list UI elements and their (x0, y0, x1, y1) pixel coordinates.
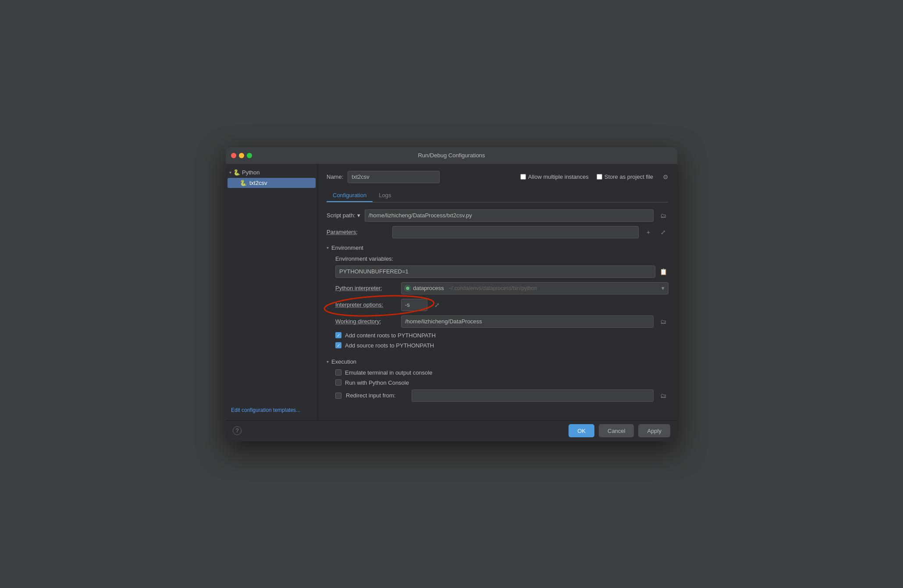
run-python-console-checkbox[interactable] (335, 379, 341, 386)
conda-dot-icon (405, 286, 410, 291)
name-label: Name: (327, 174, 343, 180)
working-directory-folder-icon[interactable]: 🗂 (658, 316, 668, 327)
sidebar-item-label: txt2csv (249, 180, 267, 186)
ok-button[interactable]: OK (569, 424, 594, 437)
title-bar: Run/Debug Configurations (226, 147, 677, 164)
interpreter-options-label: Interpreter options: (335, 301, 397, 308)
name-input[interactable] (348, 171, 440, 183)
env-vars-input[interactable] (335, 266, 655, 278)
env-input-row: 📋 (327, 266, 668, 278)
add-content-roots-row: ✓ Add content roots to PYTHONPATH (327, 332, 668, 339)
traffic-lights (231, 153, 252, 158)
emulate-terminal-checkbox[interactable] (335, 369, 341, 375)
redirect-input-checkbox[interactable] (335, 393, 341, 399)
script-path-row: Script path: ▾ 🗂 (327, 209, 668, 222)
env-vars-row: Environment variables: (327, 255, 668, 262)
run-python-console-label: Run with Python Console (345, 379, 409, 386)
parameters-label: Parameters: (327, 229, 388, 235)
emulate-terminal-label: Emulate terminal in output console (345, 369, 432, 376)
add-source-roots-checkbox[interactable]: ✓ (335, 342, 341, 348)
bottom-buttons: OK Cancel Apply (569, 424, 670, 437)
interpreter-dropdown-icon: ▾ (661, 285, 665, 291)
working-directory-row: Working directory: 🗂 (327, 315, 668, 328)
sidebar: ▾ 🐍 Python 🐍 txt2csv Edit configuration … (226, 164, 318, 420)
python-icon: 🐍 (233, 169, 240, 176)
env-vars-label: Environment variables: (335, 255, 393, 262)
script-path-input[interactable] (365, 209, 654, 222)
python-interpreter-row: Python interpreter: dataprocess ~/.conda… (327, 282, 668, 294)
dropdown-arrow-icon: ▾ (357, 212, 360, 219)
run-python-console-row: Run with Python Console (327, 379, 668, 386)
chevron-execution-icon: ▾ (327, 359, 329, 364)
name-row: Name: Allow multiple instances Store as … (327, 171, 668, 183)
parameters-add-icon[interactable]: + (643, 227, 654, 237)
sidebar-group-python[interactable]: ▾ 🐍 Python (226, 167, 317, 178)
store-project-checkbox[interactable] (597, 174, 602, 180)
emulate-terminal-row: Emulate terminal in output console (327, 369, 668, 376)
sidebar-footer: Edit configuration templates... (226, 403, 317, 417)
maximize-button[interactable] (247, 153, 252, 158)
environment-section-header[interactable]: ▾ Environment (327, 244, 668, 251)
working-directory-input[interactable] (401, 315, 654, 328)
redirect-input-folder-icon[interactable]: 🗂 (658, 390, 668, 401)
python-interpreter-label: Python interpreter: (335, 285, 397, 291)
working-directory-label: Working directory: (335, 318, 397, 325)
add-source-roots-label: Add source roots to PYTHONPATH (345, 342, 434, 349)
store-project-checkbox-item[interactable]: Store as project file (597, 174, 653, 180)
allow-multiple-checkbox-item[interactable]: Allow multiple instances (520, 174, 589, 180)
minimize-button[interactable] (239, 153, 244, 158)
execution-section-header[interactable]: ▾ Execution (327, 358, 668, 365)
parameters-row: Parameters: + ⤢ (327, 226, 668, 238)
main-content: ▾ 🐍 Python 🐍 txt2csv Edit configuration … (226, 164, 677, 420)
redirect-input-field[interactable] (412, 390, 654, 402)
chevron-down-icon: ▾ (229, 170, 231, 175)
right-panel: Name: Allow multiple instances Store as … (318, 164, 677, 420)
chevron-env-icon: ▾ (327, 245, 329, 250)
script-path-label: Script path: (327, 212, 356, 219)
edit-templates-link[interactable]: Edit configuration templates... (231, 407, 300, 413)
parameters-expand-icon[interactable]: ⤢ (658, 227, 668, 237)
interpreter-select-inner: dataprocess ~/.conda/envs/dataprocess/bi… (405, 285, 537, 291)
interpreter-options-input[interactable] (401, 299, 427, 311)
add-content-roots-checkbox[interactable]: ✓ (335, 332, 341, 338)
gear-icon[interactable]: ⚙ (663, 174, 668, 181)
close-button[interactable] (231, 153, 236, 158)
sidebar-group-label: Python (242, 169, 260, 176)
add-source-roots-row: ✓ Add source roots to PYTHONPATH (327, 342, 668, 349)
store-project-label: Store as project file (604, 174, 653, 180)
add-content-roots-label: Add content roots to PYTHONPATH (345, 332, 436, 339)
bottom-bar: ? OK Cancel Apply (226, 420, 677, 441)
config-file-icon: 🐍 (240, 180, 247, 186)
env-vars-copy-icon[interactable]: 📋 (658, 266, 668, 277)
script-path-dropdown[interactable]: Script path: ▾ (327, 212, 360, 219)
interpreter-name: dataprocess (413, 285, 444, 291)
tabs: Configuration Logs (327, 189, 668, 202)
checkbox-group: Allow multiple instances Store as projec… (520, 174, 668, 181)
allow-multiple-checkbox[interactable] (520, 174, 526, 180)
redirect-input-label: Redirect input from: (346, 392, 407, 399)
python-group: ▾ 🐍 Python 🐍 txt2csv (226, 167, 317, 188)
redirect-input-row: Redirect input from: 🗂 (327, 390, 668, 402)
allow-multiple-label: Allow multiple instances (528, 174, 589, 180)
sidebar-item-txt2csv[interactable]: 🐍 txt2csv (228, 178, 316, 188)
run-debug-dialog: Run/Debug Configurations ▾ 🐍 Python 🐍 tx… (226, 147, 677, 441)
interpreter-options-expand-icon[interactable]: ⤢ (432, 300, 442, 310)
dialog-title: Run/Debug Configurations (418, 152, 485, 159)
execution-label: Execution (331, 358, 356, 365)
interpreter-path: ~/.conda/envs/dataprocess/bin/python (448, 285, 537, 291)
environment-label: Environment (331, 244, 363, 251)
tab-logs[interactable]: Logs (373, 189, 397, 202)
parameters-input[interactable] (392, 226, 639, 238)
python-interpreter-select[interactable]: dataprocess ~/.conda/envs/dataprocess/bi… (401, 282, 668, 294)
apply-button[interactable]: Apply (638, 424, 670, 437)
help-icon[interactable]: ? (233, 426, 242, 435)
cancel-button[interactable]: Cancel (599, 424, 634, 437)
tab-configuration[interactable]: Configuration (327, 189, 373, 202)
script-path-folder-icon[interactable]: 🗂 (658, 210, 668, 221)
interpreter-options-row: Interpreter options: ⤢ (327, 299, 668, 311)
